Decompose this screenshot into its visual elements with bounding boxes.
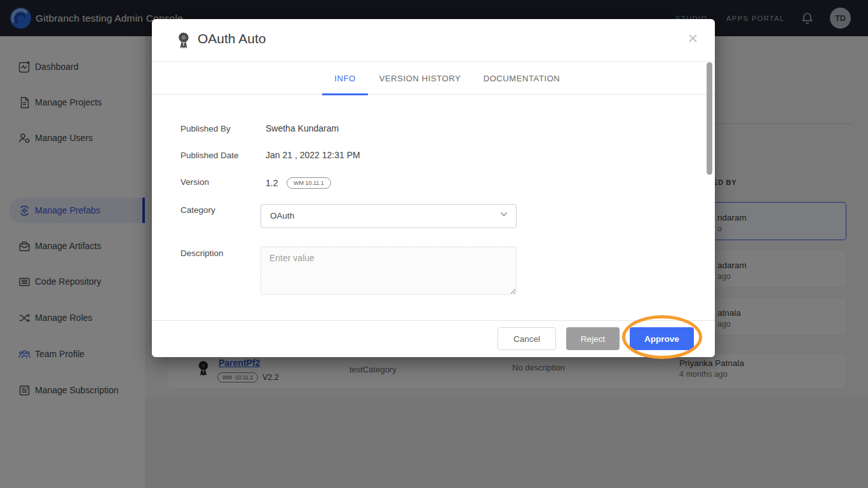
modal-scrollbar-thumb[interactable] xyxy=(707,62,712,175)
published-by-label: Published By xyxy=(180,124,231,133)
tab-version-history[interactable]: VERSION HISTORY xyxy=(376,62,465,95)
modal-header: OAuth Auto ✕ xyxy=(152,19,715,62)
close-icon[interactable]: ✕ xyxy=(687,32,698,45)
published-date-label: Published Date xyxy=(180,151,239,160)
modal-title: OAuth Auto xyxy=(198,31,266,46)
admin-console-app: Gitbranch testing Admin Console STUDIO A… xyxy=(0,0,868,488)
published-by-value: Swetha Kundaram xyxy=(266,123,339,133)
reject-button[interactable]: Reject xyxy=(566,327,620,350)
chevron-down-icon xyxy=(499,210,508,219)
published-date-value: Jan 21 , 2022 12:31 PM xyxy=(266,150,360,160)
prefab-details-modal: OAuth Auto ✕ INFO VERSION HISTORY DOCUME… xyxy=(152,19,715,357)
rosette-icon xyxy=(176,32,191,50)
approve-button[interactable]: Approve xyxy=(630,327,694,350)
version-label: Version xyxy=(180,177,209,187)
tab-documentation[interactable]: DOCUMENTATION xyxy=(478,62,565,95)
description-textarea[interactable] xyxy=(261,247,517,295)
description-label: Description xyxy=(180,248,224,258)
cancel-button[interactable]: Cancel xyxy=(498,327,556,350)
category-selected-value: OAuth xyxy=(270,211,294,220)
version-value: 1.2 xyxy=(266,178,278,188)
category-label: Category xyxy=(180,205,215,215)
category-select[interactable]: OAuth xyxy=(261,204,517,228)
tab-info[interactable]: INFO xyxy=(322,62,368,95)
platform-version-badge: WM 10.11.1 xyxy=(287,177,331,189)
modal-footer: Cancel Reject Approve xyxy=(152,320,715,357)
modal-tabs: INFO VERSION HISTORY DOCUMENTATION xyxy=(152,62,715,95)
